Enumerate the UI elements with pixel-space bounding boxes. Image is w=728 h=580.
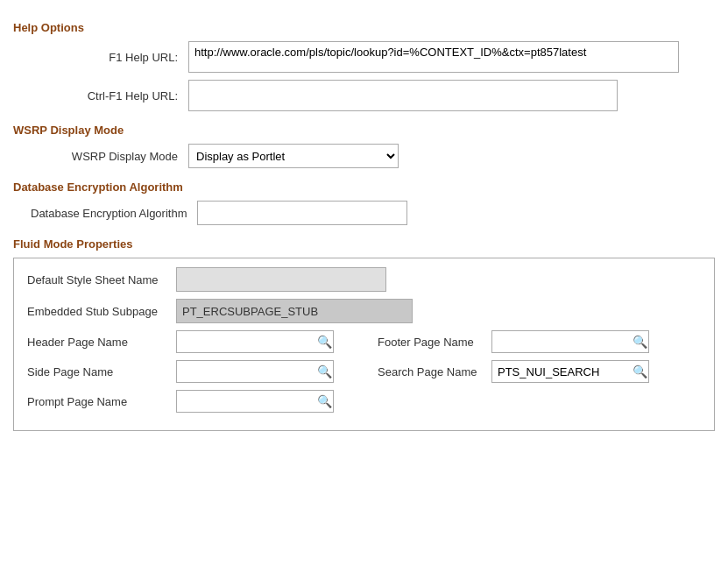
header-page-label: Header Page Name: [27, 336, 176, 349]
embedded-stub-row: Embedded Stub Subpage: [27, 299, 701, 323]
header-page-col: Header Page Name 🔍: [27, 330, 334, 353]
search-page-search-icon[interactable]: 🔍: [633, 365, 647, 378]
help-options-title: Help Options: [13, 21, 715, 34]
header-page-input[interactable]: [176, 330, 334, 353]
fluid-mode-section: Fluid Mode Properties Default Style Shee…: [13, 237, 715, 431]
side-page-label: Side Page Name: [27, 365, 176, 378]
db-encryption-input[interactable]: [197, 201, 407, 225]
search-page-col: Search Page Name 🔍: [378, 360, 649, 383]
side-page-col: Side Page Name 🔍: [27, 360, 334, 383]
f1-help-label: F1 Help URL:: [31, 51, 188, 64]
wsrp-mode-select[interactable]: Display as Portlet Display Inline Displa…: [188, 144, 399, 168]
ctrl-f1-help-row: Ctrl-F1 Help URL:: [13, 80, 715, 111]
footer-page-input[interactable]: [491, 330, 649, 353]
wsrp-section: WSRP Display Mode WSRP Display Mode Disp…: [13, 124, 715, 168]
footer-page-label: Footer Page Name: [378, 336, 491, 349]
wsrp-mode-row: WSRP Display Mode Display as Portlet Dis…: [13, 144, 715, 168]
db-encryption-label: Database Encryption Algorithm: [31, 207, 197, 220]
search-page-label: Search Page Name: [378, 365, 491, 378]
search-page-search-wrap: 🔍: [491, 360, 649, 383]
default-stylesheet-label: Default Style Sheet Name: [27, 273, 176, 286]
side-page-input[interactable]: [176, 360, 334, 383]
help-options-section: Help Options F1 Help URL: http://www.ora…: [13, 21, 715, 111]
prompt-page-search-wrap: 🔍: [176, 390, 334, 413]
ctrl-f1-help-url-input[interactable]: [188, 80, 618, 111]
wsrp-title: WSRP Display Mode: [13, 124, 715, 137]
prompt-page-search-icon[interactable]: 🔍: [317, 395, 332, 407]
side-page-search-icon[interactable]: 🔍: [317, 365, 332, 378]
f1-help-url-input[interactable]: http://www.oracle.com/pls/topic/lookup?i…: [188, 41, 679, 73]
embedded-stub-input[interactable]: [176, 299, 413, 323]
prompt-page-label: Prompt Page Name: [27, 395, 176, 408]
wsrp-mode-label: WSRP Display Mode: [31, 150, 188, 163]
footer-page-search-wrap: 🔍: [491, 330, 649, 353]
default-stylesheet-row: Default Style Sheet Name: [27, 267, 701, 292]
search-page-input[interactable]: [491, 360, 649, 383]
header-page-search-wrap: 🔍: [176, 330, 334, 353]
f1-help-row: F1 Help URL: http://www.oracle.com/pls/t…: [13, 41, 715, 73]
footer-page-search-icon[interactable]: 🔍: [633, 336, 647, 348]
db-encryption-section: Database Encryption Algorithm Database E…: [13, 180, 715, 225]
db-encryption-row: Database Encryption Algorithm: [13, 201, 715, 225]
header-page-search-icon[interactable]: 🔍: [317, 336, 332, 348]
header-footer-row: Header Page Name 🔍 Footer Page Name 🔍: [27, 330, 701, 353]
fluid-mode-title: Fluid Mode Properties: [13, 237, 715, 251]
ctrl-f1-help-label: Ctrl-F1 Help URL:: [31, 89, 188, 103]
db-encryption-title: Database Encryption Algorithm: [13, 180, 715, 194]
default-stylesheet-input[interactable]: [176, 267, 386, 292]
side-search-row: Side Page Name 🔍 Search Page Name 🔍: [27, 360, 701, 383]
side-page-search-wrap: 🔍: [176, 360, 334, 383]
footer-page-col: Footer Page Name 🔍: [378, 330, 649, 353]
prompt-page-row: Prompt Page Name 🔍: [27, 390, 701, 413]
fluid-mode-container: Default Style Sheet Name Embedded Stub S…: [13, 258, 715, 431]
prompt-page-input[interactable]: [176, 390, 334, 413]
embedded-stub-label: Embedded Stub Subpage: [27, 305, 176, 318]
